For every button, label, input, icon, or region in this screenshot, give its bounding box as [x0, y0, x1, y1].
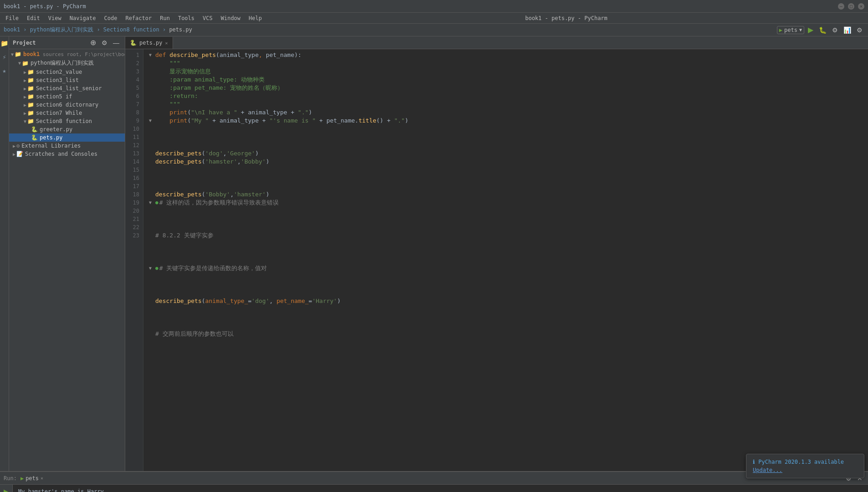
tree-item-book1[interactable]: ▼ 📁 book1 sources root, F:\project\boo: [9, 50, 125, 58]
tree-item-section6[interactable]: ▶ 📁 section6 dictornary: [9, 101, 125, 109]
project-add-button[interactable]: ⊕: [88, 37, 98, 48]
debug-button[interactable]: 🐛: [817, 26, 828, 35]
menu-refactor[interactable]: Refactor: [122, 14, 155, 22]
project-panel: Project ⊕ ⚙ — ▼ 📁 book1 sources root, F:…: [9, 36, 125, 471]
tree-item-scratches[interactable]: ▶ 📝 Scratches and Consoles: [9, 150, 125, 158]
sidebar-structure-icon[interactable]: ⚡: [1, 52, 7, 62]
code-line-18: [149, 240, 868, 264]
tree-label-scratches: Scratches and Consoles: [25, 151, 97, 157]
expand-external-icon: ▶: [13, 144, 15, 149]
code-line-9: ▼ print("My " + animal_type + "'s name i…: [149, 117, 868, 125]
menu-view[interactable]: View: [45, 14, 65, 22]
run-button[interactable]: ▶: [806, 25, 815, 35]
coverage-button[interactable]: ⚙: [830, 26, 840, 35]
folder-python-icon: 📁: [22, 60, 29, 67]
menu-run[interactable]: Run: [156, 14, 174, 22]
run-config-selector[interactable]: ▶ pets ▼: [777, 26, 804, 34]
breadcrumb: book1 › python编程从入门到实践 › Section8 functi…: [4, 26, 192, 34]
tree-item-section2[interactable]: ▶ 📁 section2_value: [9, 68, 125, 76]
run-play-button[interactable]: ▶: [2, 487, 11, 492]
project-gear-button[interactable]: ⚙: [100, 38, 109, 47]
run-config-dropdown-icon: ▼: [799, 27, 802, 32]
sidebar-favorites-icon[interactable]: ★: [1, 66, 7, 76]
sidebar-project-icon[interactable]: 📁: [0, 38, 10, 48]
tree-item-section7[interactable]: ▶ 📁 section7 While: [9, 109, 125, 117]
run-controls: ▶ pets ▼ ▶ 🐛 ⚙ 📊 ⚙: [777, 25, 864, 35]
fold-1-icon[interactable]: ▼: [149, 51, 154, 59]
scratches-icon: 📝: [16, 151, 23, 157]
tree-item-pets[interactable]: 🐍 pets.py: [9, 133, 125, 142]
notification-title-text: PyCharm 2020.1.3 available: [758, 459, 844, 465]
maximize-button[interactable]: □: [848, 3, 854, 10]
menu-navigate[interactable]: Navigate: [66, 14, 100, 22]
bottom-panel: Run: ▶ pets ✕ ⚙ ✕ ▶ ■ ↑ ↓ 👤 🔍 📜 🗑 My ham…: [0, 471, 868, 492]
code-editor[interactable]: 12345 678910 1112131415 1617181920 21222…: [125, 49, 868, 471]
tree-label-section7: section7 While: [36, 110, 82, 116]
run-config-icon: ▶: [779, 27, 782, 33]
menu-vcs[interactable]: VCS: [199, 14, 216, 22]
fold-15-icon[interactable]: ▼: [149, 199, 154, 207]
menu-help[interactable]: Help: [245, 14, 266, 22]
project-minimize-button[interactable]: —: [111, 38, 121, 47]
code-line-14: describe_pets('Bobby','hamster'): [149, 190, 868, 199]
expand-python-icon: ▼: [18, 61, 21, 66]
code-line-23: # 交两前后顺序的参数也可以: [149, 330, 868, 338]
menu-edit[interactable]: Edit: [23, 14, 44, 22]
external-lib-icon: ⚙: [16, 143, 20, 149]
code-line-16: [149, 207, 868, 231]
folder-section8-icon: 📁: [27, 118, 34, 124]
run-output-line-1: My hamster's name is Harry.: [18, 487, 863, 492]
menu-window[interactable]: Window: [217, 14, 244, 22]
run-tab-pets[interactable]: ▶ pets ✕: [20, 475, 43, 482]
run-content-area: ▶ ■ ↑ ↓ 👤 🔍 📜 🗑 My hamster's name is Har…: [0, 485, 868, 492]
tree-label-pets: pets.py: [40, 134, 63, 141]
expand-scratches-icon: ▶: [13, 152, 15, 157]
folder-section3-icon: 📁: [27, 77, 34, 83]
nav-bar: book1 › python编程从入门到实践 › Section8 functi…: [0, 24, 868, 36]
tab-close-pets[interactable]: ✕: [165, 41, 168, 46]
menu-code[interactable]: Code: [101, 14, 121, 22]
expand-book1-icon: ▼: [11, 52, 14, 57]
folder-icon: 📁: [15, 51, 21, 57]
run-tab-pets-close[interactable]: ✕: [41, 476, 43, 481]
folder-section4-icon: 📁: [27, 85, 34, 92]
menu-tools[interactable]: Tools: [174, 14, 198, 22]
code-line-22: [149, 305, 868, 330]
code-content[interactable]: ▼ def describe_pets(animal_type, pet_nam…: [143, 49, 868, 471]
notification-update-link[interactable]: Update...: [753, 467, 782, 473]
tree-item-section8[interactable]: ▼ 📁 Section8 function: [9, 117, 125, 125]
profile-button[interactable]: 📊: [842, 26, 853, 35]
tree-item-greeter[interactable]: 🐍 greeter.py: [9, 125, 125, 133]
menu-bar: File Edit View Navigate Code Refactor Ru…: [0, 13, 868, 24]
expand-section3-icon: ▶: [24, 78, 26, 83]
tree-item-section4[interactable]: ▶ 📁 Section4_list_senior: [9, 84, 125, 92]
close-button[interactable]: ✕: [858, 3, 864, 10]
tree-item-python[interactable]: ▼ 📁 python编程从入门到实践: [9, 58, 125, 68]
editor-area: 🐍 pets.py ✕ 12345 678910 1112131415 1617…: [125, 36, 868, 471]
tree-item-section3[interactable]: ▶ 📁 section3_list: [9, 76, 125, 84]
tree-label-section2: section2_value: [36, 69, 82, 75]
main-layout: 📁 ⚡ ★ Project ⊕ ⚙ — ▼ 📁 book1 sources ro…: [0, 36, 868, 471]
tab-pets-py[interactable]: 🐍 pets.py ✕: [125, 37, 173, 49]
fold-19-icon[interactable]: ▼: [149, 264, 154, 272]
tree-label-greeter: greeter.py: [40, 126, 72, 133]
run-tabs: Run: ▶ pets ✕ ⚙ ✕: [0, 472, 868, 485]
run-output[interactable]: My hamster's name is Harry. 8.2.5这一段主要是为…: [13, 485, 868, 492]
tree-root-suffix: sources root, F:\project\boo: [40, 51, 125, 57]
menu-file[interactable]: File: [2, 14, 22, 22]
code-line-12: describe_pets('hamster','Bobby'): [149, 158, 868, 166]
code-line-7: """: [149, 100, 868, 108]
tree-item-external[interactable]: ▶ ⚙ External Libraries: [9, 142, 125, 150]
sidebar-icons: 📁 ⚡ ★: [0, 36, 9, 471]
notification-title: ℹ PyCharm 2020.1.3 available: [753, 459, 858, 465]
run-sidebar: ▶ ■ ↑ ↓ 👤 🔍 📜 🗑: [0, 485, 13, 492]
code-line-6: :return:: [149, 92, 868, 100]
tree-item-section5[interactable]: ▶ 📁 section5 if: [9, 92, 125, 101]
window-controls[interactable]: — □ ✕: [838, 3, 864, 10]
code-line-8: print("\nI have a " + animal_type + "."): [149, 108, 868, 117]
tree-label-section3: section3_list: [36, 77, 79, 83]
settings-nav-button[interactable]: ⚙: [855, 26, 864, 35]
fold-9-icon[interactable]: ▼: [149, 117, 154, 125]
tree-label-external: External Libraries: [21, 143, 81, 149]
minimize-button[interactable]: —: [838, 3, 844, 10]
